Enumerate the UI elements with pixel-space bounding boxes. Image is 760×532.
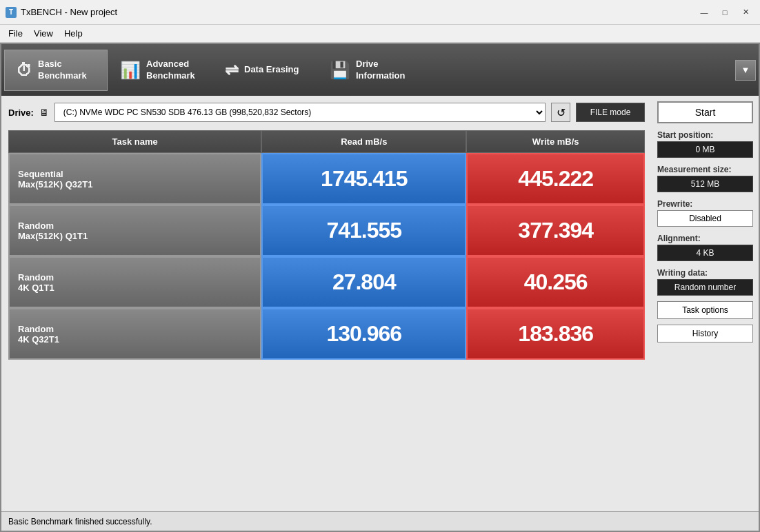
window-title: TxBENCH - New project [21,7,117,17]
status-text: Basic Benchmark finished successfully. [8,517,152,526]
menu-help[interactable]: Help [59,27,88,40]
menubar: File View Help [0,25,760,43]
write-value: 445.222 [466,153,645,205]
start-position-label: Start position: [657,130,753,140]
table-row: Sequential Max(512K) Q32T11745.415445.22… [8,153,645,205]
write-value: 183.836 [466,308,645,360]
minimize-button[interactable]: — [695,6,713,19]
col-task-name: Task name [8,130,261,153]
right-panel: Start Start position: 0 MB Measurement s… [652,96,759,511]
alignment-group: Alignment: 4 KB [657,234,753,261]
task-name-cell: Sequential Max(512K) Q32T1 [8,153,261,205]
chart-icon: 📊 [120,61,141,80]
alignment-value: 4 KB [657,245,753,261]
drive-label: Drive: [8,108,34,118]
table-row: Random Max(512K) Q1T1741.555377.394 [8,205,645,256]
task-options-button[interactable]: Task options [657,301,753,319]
tab-basic-benchmark[interactable]: ⏱ BasicBenchmark [4,50,108,91]
task-name-cell: Random 4K Q32T1 [8,308,261,360]
maximize-button[interactable]: □ [716,6,734,19]
file-mode-button[interactable]: FILE mode [576,103,645,122]
task-name-cell: Random Max(512K) Q1T1 [8,205,261,256]
main-panel: Drive: 🖥 (C:) NVMe WDC PC SN530 SDB 476.… [1,96,652,511]
write-value: 40.256 [466,256,645,308]
writing-data-group: Writing data: Random number [657,268,753,296]
titlebar: T TxBENCH - New project — □ ✕ [0,0,760,25]
chevron-down-icon: ▼ [741,65,750,75]
menu-view[interactable]: View [28,27,59,40]
read-value: 1745.415 [261,153,466,205]
benchmark-table: Task name Read mB/s Write mB/s Sequentia… [8,130,645,360]
menu-file[interactable]: File [3,27,28,40]
writing-data-label: Writing data: [657,268,753,278]
app-icon: T [6,7,17,18]
drive-information-label: DriveInformation [356,59,406,82]
drive-row: Drive: 🖥 (C:) NVMe WDC PC SN530 SDB 476.… [8,103,645,122]
read-value: 27.804 [261,256,466,308]
measurement-size-value: 512 MB [657,176,753,192]
data-erasing-label: Data Erasing [244,64,299,76]
drive-select[interactable]: (C:) NVMe WDC PC SN530 SDB 476.13 GB (99… [54,103,546,122]
table-row: Random 4K Q32T1130.966183.836 [8,308,645,360]
table-header: Task name Read mB/s Write mB/s [8,130,645,153]
content-area: Drive: 🖥 (C:) NVMe WDC PC SN530 SDB 476.… [1,96,759,511]
tab-drive-information[interactable]: 💾 DriveInformation [319,50,422,91]
advanced-benchmark-label: AdvancedBenchmark [146,59,195,82]
col-write: Write mB/s [466,130,645,153]
prewrite-value: Disabled [657,210,753,227]
prewrite-group: Prewrite: Disabled [657,199,753,227]
toolbar: ⏱ BasicBenchmark 📊 AdvancedBenchmark ⇌ D… [1,44,759,96]
drive-refresh-button[interactable]: ↺ [551,103,570,122]
close-button[interactable]: ✕ [737,6,754,19]
prewrite-label: Prewrite: [657,199,753,209]
col-read: Read mB/s [261,130,466,153]
titlebar-left: T TxBENCH - New project [6,7,117,18]
start-button[interactable]: Start [657,101,753,123]
alignment-label: Alignment: [657,234,753,243]
measurement-size-label: Measurement size: [657,165,753,174]
drive-icon-inline: 🖥 [39,107,49,118]
drive-icon: 💾 [330,61,350,80]
table-row: Random 4K Q1T127.80440.256 [8,256,645,308]
erase-icon: ⇌ [225,61,239,80]
basic-benchmark-label: BasicBenchmark [38,59,87,82]
tab-advanced-benchmark[interactable]: 📊 AdvancedBenchmark [109,50,212,91]
read-value: 741.555 [261,205,466,256]
clock-icon: ⏱ [16,61,32,80]
history-button[interactable]: History [657,325,753,342]
statusbar: Basic Benchmark finished successfully. [1,511,759,531]
measurement-size-group: Measurement size: 512 MB [657,165,753,192]
read-value: 130.966 [261,308,466,360]
window-controls: — □ ✕ [695,6,754,19]
toolbar-dropdown[interactable]: ▼ [735,60,756,81]
task-name-cell: Random 4K Q1T1 [8,256,261,308]
write-value: 377.394 [466,205,645,256]
start-position-value: 0 MB [657,141,753,158]
writing-data-value: Random number [657,279,753,296]
start-position-group: Start position: 0 MB [657,130,753,158]
app-window: ⏱ BasicBenchmark 📊 AdvancedBenchmark ⇌ D… [0,43,760,532]
tab-data-erasing[interactable]: ⇌ Data Erasing [214,50,317,91]
